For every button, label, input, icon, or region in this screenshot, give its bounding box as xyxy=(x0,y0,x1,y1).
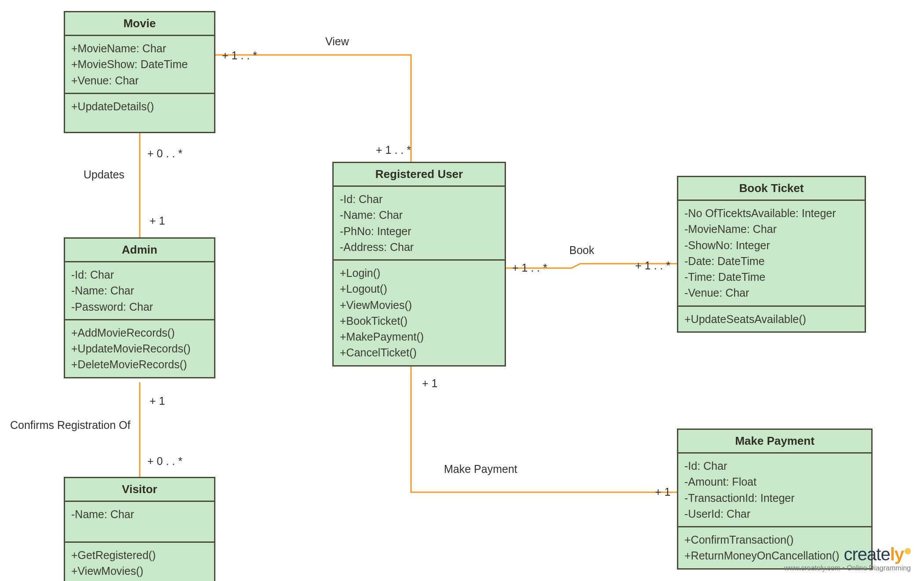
class-operations: +AddMovieRecords() +UpdateMovieRecords()… xyxy=(65,320,214,377)
class-title: Registered User xyxy=(334,163,505,187)
assoc-label-updates: Updates xyxy=(84,168,124,181)
brand-logo: creately xyxy=(784,545,911,564)
assoc-label-book: Book xyxy=(569,244,594,257)
brand-subtitle: www.creately.com • Online Diagramming xyxy=(784,564,911,572)
class-attributes: +MovieName: Char +MovieShow: DateTime +V… xyxy=(65,36,214,94)
mult-updates-admin: + 1 xyxy=(149,214,165,227)
class-attributes: -Name: Char xyxy=(65,502,214,543)
mult-book-user: + 1 . . * xyxy=(512,261,547,274)
creately-watermark: creately www.creately.com • Online Diagr… xyxy=(784,545,911,572)
mult-pay-payment: + 1 xyxy=(655,486,670,498)
class-movie: Movie +MovieName: Char +MovieShow: DateT… xyxy=(64,11,215,133)
lightbulb-icon xyxy=(905,548,911,554)
class-title: Make Payment xyxy=(678,430,871,454)
uml-class-diagram: Movie +MovieName: Char +MovieShow: DateT… xyxy=(0,0,924,581)
class-attributes: -Id: Char -Amount: Float -TransactionId:… xyxy=(678,454,871,527)
mult-pay-user: + 1 xyxy=(422,377,437,390)
assoc-label-pay: Make Payment xyxy=(444,463,517,476)
class-attributes: -Id: Char -Name: Char -Password: Char xyxy=(65,262,214,320)
assoc-label-confirms: Confirms Registration Of xyxy=(10,419,131,432)
mult-view-user: + 1 . . * xyxy=(376,144,411,156)
class-registered-user: Registered User -Id: Char -Name: Char -P… xyxy=(332,162,506,367)
class-title: Visitor xyxy=(65,478,214,502)
class-operations: +GetRegistered() +ViewMovies() xyxy=(65,543,214,581)
class-book-ticket: Book Ticket -No OfTicektsAvailable: Inte… xyxy=(677,176,866,333)
class-attributes: -Id: Char -Name: Char -PhNo: Integer -Ad… xyxy=(334,187,505,261)
mult-confirms-visitor: + 0 . . * xyxy=(147,455,182,468)
mult-book-ticket: + 1 . . * xyxy=(635,259,670,272)
assoc-label-view: View xyxy=(325,35,349,48)
class-operations: +UpdateSeatsAvailable() xyxy=(678,307,865,331)
class-operations: +Login() +Logout() +ViewMovies() +BookTi… xyxy=(334,261,505,365)
mult-updates-movie: + 0 . . * xyxy=(147,147,182,160)
mult-confirms-admin: + 1 xyxy=(149,395,165,407)
class-attributes: -No OfTicektsAvailable: Integer -MovieNa… xyxy=(678,201,865,307)
class-visitor: Visitor -Name: Char +GetRegistered() +Vi… xyxy=(64,477,215,581)
class-admin: Admin -Id: Char -Name: Char -Password: C… xyxy=(64,237,215,378)
mult-view-movie: + 1 . . * xyxy=(222,49,257,62)
class-title: Book Ticket xyxy=(678,177,865,201)
class-title: Movie xyxy=(65,12,214,36)
class-operations: +UpdateDetails() xyxy=(65,94,214,132)
class-title: Admin xyxy=(65,239,214,262)
